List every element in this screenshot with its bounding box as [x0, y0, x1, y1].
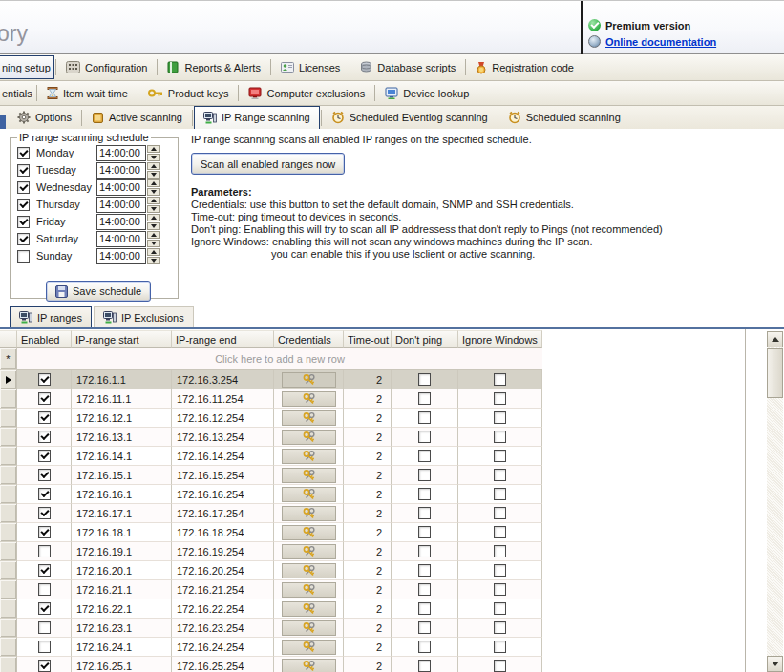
timeout-cell[interactable]: 2 — [344, 504, 392, 523]
enabled-checkbox[interactable] — [38, 373, 51, 386]
dont-ping-checkbox[interactable] — [418, 373, 431, 386]
ip-range-end-cell[interactable]: 172.16.17.254 — [172, 504, 274, 523]
ip-range-start-cell[interactable]: 172.16.20.1 — [72, 561, 172, 580]
dont-ping-checkbox[interactable] — [418, 621, 431, 634]
column-header-dont-ping[interactable]: Don't ping — [392, 330, 458, 348]
table-row[interactable]: 172.16.12.1 172.16.12.254 2 — [0, 409, 542, 428]
timeout-cell[interactable]: 2 — [344, 466, 392, 485]
ignore-windows-checkbox[interactable] — [494, 621, 506, 634]
timeout-cell[interactable]: 2 — [344, 389, 392, 409]
time-spinner[interactable]: 14:00:00 — [96, 197, 160, 213]
ignore-windows-checkbox[interactable] — [494, 583, 506, 596]
credentials-button[interactable] — [282, 506, 336, 521]
ip-range-start-cell[interactable]: 172.16.19.1 — [72, 542, 172, 561]
tab-ip-ranges[interactable]: IP ranges — [10, 306, 92, 327]
row-selector[interactable] — [0, 428, 17, 447]
day-enabled-checkbox[interactable] — [17, 250, 30, 262]
time-value[interactable]: 14:00:00 — [96, 248, 146, 264]
credentials-button[interactable] — [282, 468, 336, 483]
time-up-button[interactable] — [147, 231, 160, 239]
ip-range-end-cell[interactable]: 172.16.21.254 — [172, 580, 274, 599]
ignore-windows-checkbox[interactable] — [494, 488, 506, 500]
row-selector[interactable] — [0, 542, 17, 561]
enabled-checkbox[interactable] — [38, 488, 51, 500]
day-enabled-checkbox[interactable] — [17, 216, 30, 228]
time-spinner[interactable]: 14:00:00 — [96, 179, 160, 196]
timeout-cell[interactable]: 2 — [344, 523, 392, 542]
enabled-checkbox[interactable] — [38, 545, 51, 557]
ignore-windows-checkbox[interactable] — [494, 564, 506, 577]
table-row[interactable]: 172.16.21.1 172.16.21.254 2 — [0, 580, 542, 599]
day-enabled-checkbox[interactable] — [17, 164, 30, 177]
ip-range-end-cell[interactable]: 172.16.23.254 — [172, 619, 274, 638]
ip-range-start-cell[interactable]: 172.16.25.1 — [72, 657, 172, 672]
time-spinner[interactable]: 14:00:00 — [96, 214, 160, 230]
table-row[interactable]: 172.16.19.1 172.16.19.254 2 — [0, 542, 542, 561]
ignore-windows-checkbox[interactable] — [494, 602, 506, 615]
scroll-up-button[interactable] — [767, 331, 783, 347]
dont-ping-checkbox[interactable] — [418, 430, 431, 443]
tab-scheduled-eventlog-scanning[interactable]: Scheduled Eventlog scanning — [323, 108, 497, 128]
timeout-cell[interactable]: 2 — [344, 599, 392, 619]
timeout-cell[interactable]: 2 — [344, 619, 392, 638]
timeout-cell[interactable]: 2 — [344, 580, 392, 599]
timeout-cell[interactable]: 2 — [344, 409, 392, 428]
enabled-checkbox[interactable] — [38, 411, 51, 424]
online-documentation-link[interactable]: Online documentation — [605, 36, 716, 48]
credentials-button[interactable] — [282, 659, 336, 672]
time-down-button[interactable] — [147, 222, 160, 230]
enabled-checkbox[interactable] — [38, 507, 51, 519]
scroll-thumb[interactable] — [767, 348, 783, 398]
enabled-checkbox[interactable] — [38, 602, 51, 615]
ip-range-end-cell[interactable]: 172.16.20.254 — [172, 561, 274, 580]
ip-range-end-cell[interactable]: 172.16.24.254 — [172, 638, 274, 657]
table-row[interactable]: 172.16.18.1 172.16.18.254 2 — [0, 523, 542, 542]
table-row[interactable]: 172.16.17.1 172.16.17.254 2 — [0, 504, 542, 523]
row-selector[interactable] — [0, 389, 17, 409]
row-selector[interactable] — [0, 561, 17, 580]
table-row[interactable]: 172.16.16.1 172.16.16.254 2 — [0, 485, 542, 504]
enabled-checkbox[interactable] — [38, 392, 51, 405]
time-value[interactable]: 14:00:00 — [96, 197, 146, 213]
time-down-button[interactable] — [147, 171, 160, 178]
time-up-button[interactable] — [147, 145, 160, 153]
enabled-checkbox[interactable] — [38, 621, 51, 634]
dont-ping-checkbox[interactable] — [418, 602, 431, 615]
credentials-button[interactable] — [282, 544, 336, 559]
row-selector[interactable] — [0, 638, 17, 657]
ignore-windows-checkbox[interactable] — [494, 640, 506, 653]
time-down-button[interactable] — [147, 257, 160, 264]
credentials-button[interactable] — [282, 487, 336, 502]
column-header-ip-range-end[interactable]: IP-range end — [172, 330, 274, 348]
enabled-checkbox[interactable] — [38, 450, 51, 462]
table-row[interactable]: 172.16.14.1 172.16.14.254 2 — [0, 447, 542, 466]
time-down-button[interactable] — [147, 154, 160, 161]
tab-ip-range-scanning[interactable]: IP Range scanning — [194, 106, 320, 130]
credentials-button[interactable] — [282, 525, 336, 540]
ip-range-end-cell[interactable]: 172.16.25.254 — [172, 657, 274, 672]
timeout-cell[interactable]: 2 — [344, 447, 392, 466]
row-selector[interactable] — [0, 619, 17, 638]
time-down-button[interactable] — [147, 240, 160, 247]
ip-range-end-cell[interactable]: 172.16.12.254 — [172, 409, 274, 428]
time-spinner[interactable]: 14:00:00 — [96, 145, 160, 161]
timeout-cell[interactable]: 2 — [344, 428, 392, 447]
dont-ping-checkbox[interactable] — [418, 507, 431, 519]
time-spinner[interactable]: 14:00:00 — [96, 248, 160, 264]
day-enabled-checkbox[interactable] — [17, 147, 30, 159]
tab-device-lookup[interactable]: Device lookup — [376, 83, 477, 103]
credentials-button[interactable] — [282, 430, 336, 445]
timeout-cell[interactable]: 2 — [344, 561, 392, 580]
dont-ping-checkbox[interactable] — [418, 660, 431, 672]
ip-range-start-cell[interactable]: 172.16.15.1 — [72, 466, 172, 485]
table-row[interactable]: 172.16.24.1 172.16.24.254 2 — [0, 638, 542, 657]
table-row[interactable]: 172.16.20.1 172.16.20.254 2 — [0, 561, 542, 580]
dont-ping-checkbox[interactable] — [418, 411, 431, 424]
tab-scanning-setup[interactable]: ning setup — [0, 55, 54, 79]
ip-range-start-cell[interactable]: 172.16.13.1 — [72, 428, 172, 447]
tab-reports-alerts[interactable]: Reports & Alerts — [159, 57, 268, 77]
tab-database-scripts[interactable]: Database scripts — [351, 57, 464, 77]
ip-range-start-cell[interactable]: 172.16.12.1 — [72, 409, 172, 428]
table-row[interactable]: 172.16.13.1 172.16.13.254 2 — [0, 428, 542, 447]
row-selector[interactable] — [0, 523, 17, 542]
